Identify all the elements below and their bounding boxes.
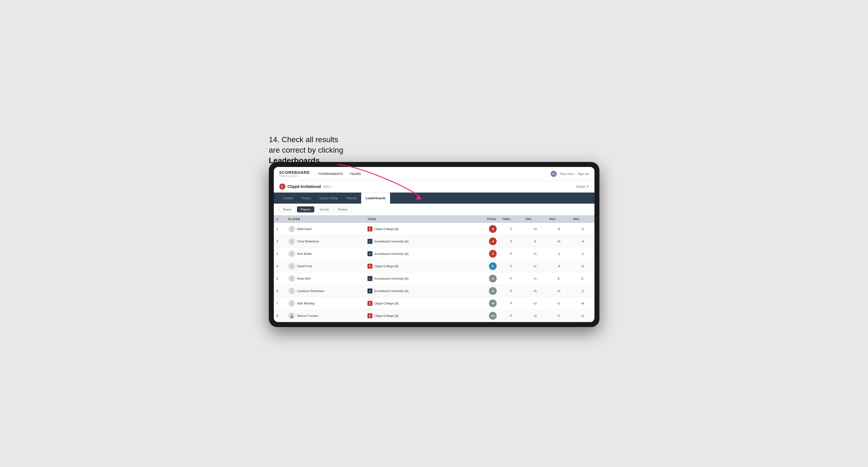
rank-cell: 2	[274, 235, 286, 248]
col-player: PLAYER	[286, 215, 365, 223]
rd1-cell: +1	[523, 248, 547, 260]
table-body: 1 Elliot Ebert C Clippd College [A] -8 F…	[274, 223, 594, 322]
user-avatar: TU	[551, 171, 557, 177]
nav-right: TU Test User | Sign out	[551, 171, 589, 177]
svg-point-4	[290, 242, 293, 244]
filter-bar: Teams Players Scores Strokes	[274, 204, 594, 215]
filter-scores[interactable]: Scores	[316, 206, 333, 212]
table-row: 7 Blair McHarg C Clippd College [A] +9 F…	[274, 297, 594, 310]
tab-course-setup[interactable]: Course Setup	[315, 193, 342, 204]
sign-out-link[interactable]: Sign out	[578, 172, 589, 176]
team-logo: ≡	[368, 276, 372, 281]
thru-cell: F	[499, 297, 523, 310]
tab-results[interactable]: Results	[342, 193, 362, 204]
tablet-frame: SCOREBOARD Powered by clippd TOURNAMENTS…	[269, 162, 599, 327]
tab-details[interactable]: Details	[279, 193, 298, 204]
rd1-cell: +1	[523, 273, 547, 285]
team-logo: C	[368, 264, 372, 269]
nav-teams[interactable]: TEAMS	[349, 171, 361, 177]
tablet-screen: SCOREBOARD Powered by clippd TOURNAMENTS…	[274, 167, 594, 322]
thru-cell: F	[499, 310, 523, 322]
player-cell: Rich Butler	[286, 248, 365, 260]
svg-point-16	[290, 316, 293, 318]
user-label: Test User |	[560, 172, 575, 176]
instruction-number: 14.	[269, 135, 280, 144]
svg-point-14	[290, 304, 293, 306]
rd2-cell: +1	[547, 297, 570, 310]
team-logo: C	[368, 313, 372, 318]
team-logo: ≡	[368, 239, 372, 244]
team-name: Scoreboard University [A]	[374, 277, 408, 280]
tab-teams[interactable]: Teams	[297, 193, 315, 204]
team-cell: C Clippd College [A]	[365, 260, 468, 273]
cancel-button[interactable]: Cancel ✕	[576, 185, 589, 188]
svg-point-10	[290, 279, 293, 281]
svg-point-9	[291, 277, 292, 279]
player-name: Cameron Robertson	[297, 289, 324, 292]
score-badge: +1	[489, 275, 497, 282]
team-name: Clippd College [A]	[374, 264, 398, 268]
team-logo: ≡	[368, 251, 372, 256]
rank-cell: 1	[274, 223, 286, 235]
nav-links: TOURNAMENTS TEAMS	[318, 171, 551, 177]
table-header: # PLAYER TEAM TOTAL THRU RD1 RD2 RD3	[274, 215, 594, 223]
player-name: Blair McHarg	[297, 302, 315, 305]
col-rd2: RD2	[547, 215, 570, 223]
instruction-bold: Leaderboards.	[269, 156, 322, 165]
player-avatar	[288, 300, 295, 307]
tab-bar: Details Teams Course Setup Results Leade…	[274, 193, 594, 204]
rd3-cell: -1	[570, 285, 594, 297]
team-cell: ≡ Scoreboard University [A]	[365, 285, 468, 297]
tournament-badge: (Men)	[323, 185, 331, 188]
team-name: Clippd College [A]	[374, 227, 398, 230]
team-cell: C Clippd College [A]	[365, 223, 468, 235]
rd2-cell: +5	[547, 235, 570, 248]
logo-sub: Powered by clippd	[279, 175, 310, 177]
total-cell: +9	[468, 297, 499, 310]
tab-leaderboards[interactable]: Leaderboards	[361, 193, 390, 204]
score-badge: E	[489, 262, 497, 270]
player-cell: Rees Britt	[286, 273, 365, 285]
rd2-cell: E	[547, 273, 570, 285]
rd1-cell: +2	[523, 297, 547, 310]
player-cell: David Ford	[286, 260, 365, 273]
thru-cell: F	[499, 260, 523, 273]
svg-point-7	[291, 265, 292, 266]
rd1-cell: +5	[523, 285, 547, 297]
rd2-cell: -4	[547, 260, 570, 273]
team-logo: C	[368, 226, 372, 231]
rd3-cell: +3	[570, 260, 594, 273]
player-name: Marcus Turners	[297, 314, 318, 317]
top-nav: SCOREBOARD Powered by clippd TOURNAMENTS…	[274, 167, 594, 181]
nav-tournaments[interactable]: TOURNAMENTS	[318, 171, 343, 177]
score-badge: -2	[489, 250, 497, 258]
rd2-cell: +7	[547, 310, 570, 322]
filter-teams[interactable]: Teams	[279, 206, 295, 212]
player-name: Elliot Ebert	[297, 227, 312, 230]
thru-cell: F	[499, 235, 523, 248]
rank-cell: 6	[274, 285, 286, 297]
table-row: 6 Cameron Robertson ≡ Scoreboard Univers…	[274, 285, 594, 297]
player-avatar	[288, 275, 295, 282]
tournament-logo: C	[279, 184, 285, 190]
filter-players[interactable]: Players	[297, 206, 314, 212]
svg-point-8	[290, 267, 293, 268]
svg-point-2	[290, 229, 293, 231]
team-cell: ≡ Scoreboard University [A]	[365, 248, 468, 260]
table-row: 5 Rees Britt ≡ Scoreboard University [A]…	[274, 273, 594, 285]
svg-point-12	[290, 291, 293, 293]
rd1-cell: -5	[523, 235, 547, 248]
rd2-cell: -2	[547, 248, 570, 260]
filter-strokes[interactable]: Strokes	[334, 206, 351, 212]
rd3-cell: E	[570, 273, 594, 285]
player-avatar	[288, 238, 295, 245]
team-name: Scoreboard University [A]	[374, 252, 408, 255]
logo-area: SCOREBOARD Powered by clippd	[279, 170, 310, 177]
team-cell: ≡ Scoreboard University [A]	[365, 273, 468, 285]
sub-header: C Clippd Invitational (Men) Cancel ✕	[274, 181, 594, 193]
svg-point-6	[290, 254, 293, 256]
rd1-cell: +3	[523, 223, 547, 235]
rank-cell: 4	[274, 260, 286, 273]
player-name: Rich Butler	[297, 252, 312, 255]
svg-point-11	[291, 289, 292, 291]
